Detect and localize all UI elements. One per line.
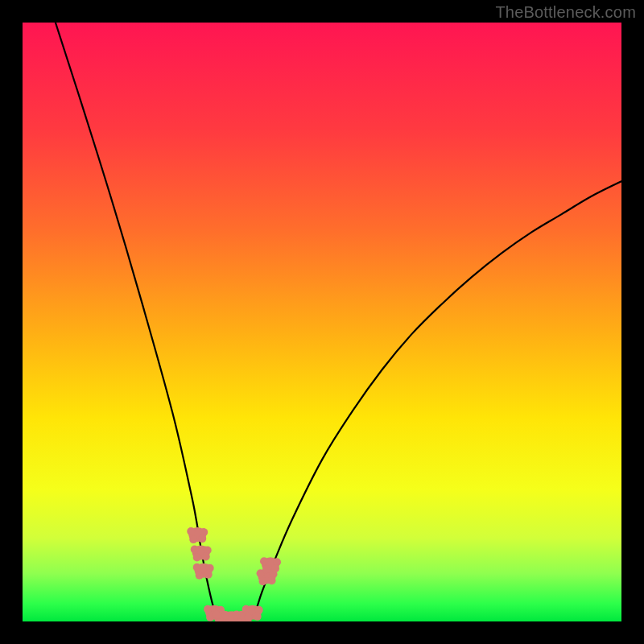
svg-point-14 [204, 571, 213, 579]
svg-point-21 [213, 611, 221, 619]
svg-point-46 [260, 557, 268, 565]
svg-point-26 [221, 611, 229, 619]
chart-background [23, 23, 621, 621]
chart-frame: TheBottleneck.com [0, 0, 644, 644]
svg-point-4 [198, 535, 206, 543]
svg-point-31 [233, 611, 241, 619]
svg-point-11 [193, 564, 201, 572]
svg-point-36 [242, 605, 250, 613]
plot-area [23, 23, 621, 621]
chart-svg [23, 23, 621, 621]
svg-point-1 [187, 527, 195, 535]
svg-point-3 [189, 535, 197, 543]
svg-point-39 [254, 613, 262, 621]
svg-point-16 [204, 605, 212, 613]
svg-point-49 [271, 564, 279, 572]
svg-point-8 [193, 553, 201, 561]
svg-point-48 [262, 565, 270, 573]
watermark-text: TheBottleneck.com [495, 3, 636, 22]
svg-point-9 [202, 552, 210, 560]
svg-point-44 [268, 576, 276, 584]
svg-point-43 [259, 577, 267, 585]
svg-point-38 [245, 613, 253, 621]
svg-point-6 [191, 545, 199, 553]
svg-point-13 [196, 572, 204, 580]
